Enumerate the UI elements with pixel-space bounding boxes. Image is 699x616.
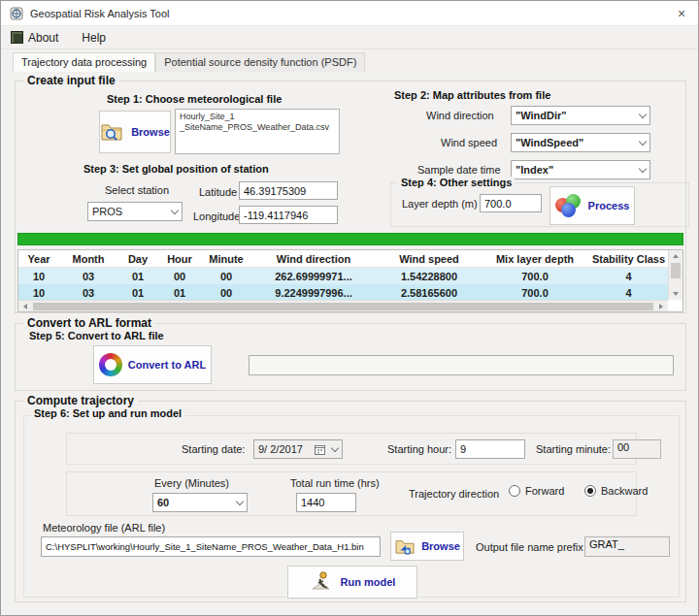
col-wind-speed: Wind speed (376, 250, 483, 267)
process-button[interactable]: Process (549, 186, 635, 225)
backward-label: Backward (601, 485, 648, 497)
horizontal-scrollbar[interactable] (18, 300, 668, 311)
cell: 01 (117, 284, 158, 300)
cell: 01 (117, 268, 158, 284)
every-minutes-value: 60 (157, 497, 233, 508)
step1-browse-button[interactable]: Browse (99, 111, 171, 153)
starting-minute-field[interactable]: 00 (613, 439, 661, 459)
title-bar: Geospatial Risk Analysis Tool × (1, 1, 698, 26)
wind-direction-combo[interactable]: "WindDir" (511, 106, 650, 125)
cell: 2.58165600 (376, 284, 483, 300)
longitude-input[interactable] (239, 206, 338, 224)
convert-arl-group: Convert to ARL format Step 5: Convert to… (15, 323, 686, 391)
table-row[interactable]: 10 03 01 00 00 262.69999971... 1.5422880… (18, 268, 668, 284)
step5-title: Step 5: Convert to ARL file (29, 330, 164, 341)
station-combo[interactable]: PROS (87, 202, 183, 221)
total-run-time-label: Total run time (hrs) (290, 477, 380, 489)
close-button[interactable]: × (665, 1, 698, 25)
tab-psdf[interactable]: Potential source density function (PSDF) (155, 52, 365, 72)
wind-speed-value: "WindSpeed" (516, 137, 636, 148)
col-wind-direction: Wind direction (251, 250, 376, 267)
every-minutes-combo[interactable]: 60 (152, 493, 248, 512)
output-prefix-field[interactable]: GRAT_ (584, 536, 670, 557)
convert-to-arl-button[interactable]: Convert to ARL (93, 345, 212, 384)
app-icon (10, 7, 23, 20)
tab-trajectory-data-processing[interactable]: Trajectory data processing (13, 52, 155, 72)
sample-date-time-combo[interactable]: "Index" (511, 160, 650, 179)
folder-search-icon (100, 121, 125, 143)
run-model-button[interactable]: Run model (287, 566, 417, 599)
step1-file-display: Hourly_Site_1 _SiteName_PROS_Weather_Dat… (175, 109, 340, 154)
col-minute: Minute (201, 250, 251, 267)
output-prefix-label: Output file name prefix (476, 541, 583, 553)
weather-data-table: Year Month Day Hour Minute Wind directio… (17, 249, 683, 312)
convert-to-arl-label: Convert to ARL (128, 359, 206, 371)
latitude-input[interactable] (239, 181, 338, 200)
starting-date-label: Starting date: (182, 443, 245, 455)
process-label: Process (588, 200, 630, 211)
color-ring-icon (99, 353, 122, 376)
col-day: Day (117, 250, 158, 267)
step2-title: Step 2: Map attributes from file (394, 89, 550, 101)
horizontal-scroll-thumb[interactable] (33, 303, 653, 310)
vertical-scroll-thumb[interactable] (671, 263, 681, 278)
select-station-label: Select station (105, 184, 169, 196)
cell: 4 (587, 284, 668, 300)
table-row[interactable]: 10 03 01 01 00 9.2249997996... 2.5816560… (18, 284, 668, 300)
convert-arl-title: Convert to ARL format (23, 316, 155, 330)
arl-browse-button[interactable]: Browse (390, 532, 464, 561)
met-file-input[interactable] (41, 536, 381, 557)
rgb-spheres-icon (555, 194, 582, 217)
col-year: Year (18, 250, 59, 267)
longitude-label: Longitude (193, 211, 240, 222)
chevron-down-icon (331, 443, 339, 451)
table-body: Year Month Day Hour Minute Wind directio… (18, 250, 668, 300)
col-hour: Hour (158, 250, 201, 267)
scroll-down-icon[interactable] (669, 288, 682, 300)
radio-backward[interactable]: Backward (584, 485, 648, 497)
menu-about[interactable]: About (11, 31, 68, 45)
sample-date-time-label: Sample date time (417, 164, 501, 176)
wind-direction-value: "WindDir" (516, 110, 636, 121)
radio-forward-icon (509, 485, 520, 497)
create-input-file-title: Create input file (23, 74, 119, 87)
wind-speed-label: Wind speed (441, 137, 497, 148)
app-window: Geospatial Risk Analysis Tool × About He… (0, 0, 699, 616)
menu-bar: About Help (1, 26, 698, 49)
step3-title: Step 3: Set global position of station (83, 163, 269, 175)
vertical-scrollbar[interactable] (668, 250, 682, 300)
total-run-time-input[interactable] (296, 493, 356, 512)
chevron-down-icon (236, 497, 244, 504)
step6-title: Step 6: Set up and run model (31, 407, 184, 419)
station-value: PROS (92, 206, 168, 217)
starting-hour-input[interactable] (455, 439, 525, 459)
radio-forward[interactable]: Forward (509, 485, 564, 497)
radio-backward-icon (584, 485, 596, 497)
forward-label: Forward (525, 485, 564, 497)
create-input-file-group: Create input file Step 1: Choose meteoro… (15, 81, 686, 313)
chevron-down-icon (639, 137, 647, 145)
step4-title: Step 4: Other settings (398, 177, 515, 188)
col-stability-class: Stability Class (587, 250, 668, 267)
table-header-row: Year Month Day Hour Minute Wind directio… (18, 250, 668, 268)
run-model-label: Run model (341, 576, 396, 588)
cell: 00 (201, 284, 251, 300)
starting-date-picker[interactable]: 9/ 2/2017 (253, 439, 343, 459)
starting-hour-label: Starting hour: (387, 443, 451, 455)
cell: 03 (59, 268, 117, 284)
menu-help[interactable]: Help (68, 31, 116, 45)
cell: 03 (59, 284, 117, 300)
step1-title: Step 1: Choose meteorological file (107, 93, 282, 105)
layer-depth-label: Layer depth (m) (402, 198, 478, 210)
cell: 01 (158, 284, 201, 300)
scroll-left-icon[interactable] (18, 301, 32, 311)
cell: 262.69999971... (251, 268, 376, 284)
scroll-up-icon[interactable] (669, 250, 682, 262)
wind-speed-combo[interactable]: "WindSpeed" (511, 133, 650, 152)
cell: 10 (18, 268, 59, 284)
scroll-right-icon[interactable] (654, 301, 668, 311)
arl-browse-label: Browse (421, 540, 460, 552)
layer-depth-input[interactable] (480, 194, 542, 212)
wind-direction-label: Wind direction (426, 110, 494, 121)
step1-browse-label: Browse (131, 126, 170, 138)
